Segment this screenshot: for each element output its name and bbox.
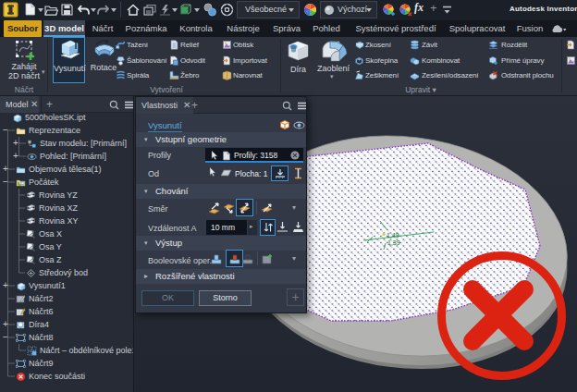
svg-text:1,49: 1,49 bbox=[387, 232, 399, 239]
svg-text:1,39: 1,39 bbox=[387, 239, 400, 246]
